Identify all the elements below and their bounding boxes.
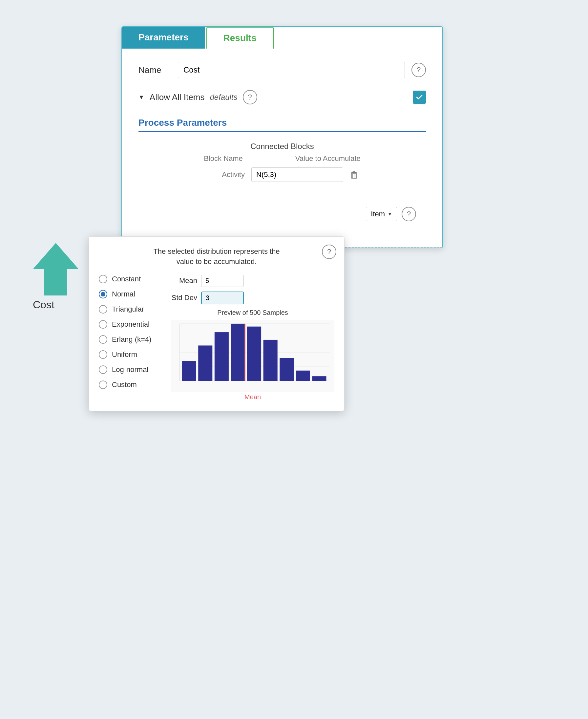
radio-label-uniform: Uniform	[112, 350, 137, 359]
item-dropdown[interactable]: Item ▼	[366, 207, 397, 221]
item-dropdown-label: Item	[371, 210, 385, 218]
help-symbol: ?	[417, 66, 421, 74]
section-divider	[139, 131, 426, 132]
activity-input[interactable]	[251, 167, 343, 182]
radio-circle-exponential	[99, 320, 107, 329]
radio-custom[interactable]: Custom	[99, 381, 164, 389]
radio-label-lognormal: Log-normal	[112, 365, 148, 374]
popup-right: Mean Std Dev Preview of 500 Samples	[171, 275, 334, 401]
mean-row: Mean	[171, 275, 334, 287]
activity-row: Activity 🗑	[139, 167, 426, 182]
svg-rect-11	[264, 340, 278, 381]
name-row: Name ?	[139, 62, 426, 78]
radio-exponential[interactable]: Exponential	[99, 320, 164, 329]
tab-results-label: Results	[224, 33, 257, 43]
distribution-radio-list: Constant Normal Triangular Exponential E…	[99, 275, 164, 401]
activity-label: Activity	[205, 170, 245, 179]
stddev-row: Std Dev	[171, 291, 334, 304]
value-to-accumulate-col: Value to Accumulate	[295, 154, 361, 163]
radio-circle-lognormal	[99, 365, 107, 374]
radio-label-constant: Constant	[112, 275, 141, 283]
radio-circle-constant	[99, 275, 107, 283]
defaults-label: defaults	[210, 93, 237, 102]
radio-lognormal[interactable]: Log-normal	[99, 365, 164, 374]
main-panel: Parameters Results Name ? ▼ Allow All It…	[121, 26, 443, 248]
panel-body: Name ? ▼ Allow All Items defaults ? Proc…	[122, 48, 442, 248]
mean-input[interactable]	[201, 275, 244, 287]
radio-normal[interactable]: Normal	[99, 290, 164, 299]
chart-container	[171, 320, 334, 392]
radio-circle-normal	[99, 290, 107, 299]
bottom-spacer: Item ▼ ?	[139, 182, 426, 228]
help-symbol-2: ?	[248, 93, 252, 101]
radio-uniform[interactable]: Uniform	[99, 350, 164, 359]
radio-label-erlang: Erlang (k=4)	[112, 335, 151, 344]
bottom-row: Item ▼ ?	[366, 200, 416, 228]
distribution-popup: The selected distribution represents the…	[89, 237, 344, 411]
radio-dot-normal	[101, 292, 105, 296]
radio-label-exponential: Exponential	[112, 320, 150, 329]
popup-content: Constant Normal Triangular Exponential E…	[99, 275, 334, 401]
radio-label-normal: Normal	[112, 290, 135, 299]
svg-rect-12	[279, 358, 294, 381]
preview-title: Preview of 500 Samples	[171, 309, 334, 316]
teal-arrow-shape	[33, 243, 79, 295]
popup-title: The selected distribution represents the…	[99, 247, 334, 267]
svg-rect-13	[296, 370, 310, 381]
svg-rect-10	[247, 326, 261, 381]
help-symbol-3: ?	[407, 210, 411, 218]
radio-label-triangular: Triangular	[112, 305, 144, 313]
svg-rect-8	[215, 332, 229, 381]
item-help-icon[interactable]: ?	[402, 207, 416, 221]
process-parameters-title: Process Parameters	[139, 118, 426, 128]
radio-triangular[interactable]: Triangular	[99, 305, 164, 313]
stddev-label: Std Dev	[171, 293, 197, 302]
allow-help-icon[interactable]: ?	[243, 90, 257, 104]
popup-help-symbol: ?	[327, 248, 331, 256]
allow-all-items-checkbox[interactable]	[413, 90, 426, 104]
stddev-input[interactable]	[201, 291, 244, 304]
mean-axis-label: Mean	[171, 393, 334, 401]
radio-circle-triangular	[99, 305, 107, 313]
connected-blocks-cols: Block Name Value to Accumulate	[139, 154, 426, 163]
allow-all-items-label: Allow All Items	[150, 92, 205, 102]
trash-icon[interactable]: 🗑	[350, 169, 359, 180]
tabs: Parameters Results	[122, 27, 442, 48]
radio-circle-uniform	[99, 350, 107, 359]
dropdown-arrow-icon: ▼	[387, 211, 392, 217]
expand-arrow-icon[interactable]: ▼	[139, 94, 144, 101]
block-name-col: Block Name	[204, 154, 243, 163]
radio-erlang[interactable]: Erlang (k=4)	[99, 335, 164, 344]
name-help-icon[interactable]: ?	[412, 63, 426, 77]
name-label: Name	[139, 65, 171, 75]
mean-label: Mean	[171, 276, 197, 285]
svg-rect-14	[312, 376, 326, 381]
radio-constant[interactable]: Constant	[99, 275, 164, 283]
allow-all-items-row: ▼ Allow All Items defaults ?	[139, 90, 426, 104]
tab-parameters[interactable]: Parameters	[122, 27, 205, 48]
svg-rect-7	[198, 345, 212, 381]
connected-blocks-header: Connected Blocks	[139, 142, 426, 151]
popup-help-icon[interactable]: ?	[322, 245, 336, 259]
svg-rect-9	[231, 323, 245, 381]
svg-rect-6	[182, 361, 196, 381]
distribution-chart	[171, 320, 334, 392]
radio-circle-custom	[99, 381, 107, 389]
radio-circle-erlang	[99, 335, 107, 344]
tab-parameters-label: Parameters	[139, 32, 189, 42]
name-input[interactable]	[178, 62, 405, 78]
radio-label-custom: Custom	[112, 381, 137, 389]
tab-results[interactable]: Results	[206, 27, 274, 48]
